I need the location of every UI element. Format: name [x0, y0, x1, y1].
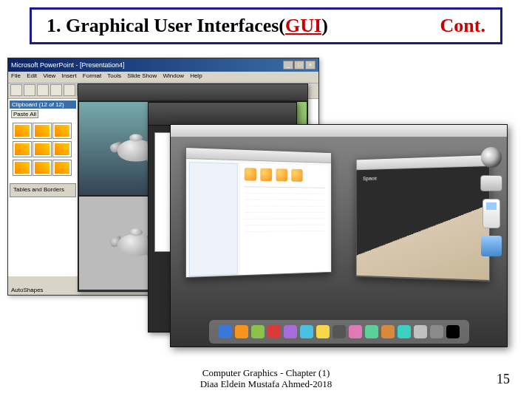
dark-toolbar — [149, 103, 296, 126]
dock-app-icon[interactable] — [219, 325, 232, 338]
dock-app-icon[interactable] — [316, 325, 330, 338]
dock-app-icon[interactable] — [381, 325, 395, 338]
dock-app-icon[interactable] — [430, 325, 443, 338]
menu-tools[interactable]: Tools — [107, 72, 121, 79]
menu-slideshow[interactable]: Slide Show — [127, 72, 157, 79]
dock-app-icon[interactable] — [332, 325, 346, 338]
dock-app-icon[interactable] — [349, 325, 362, 338]
tables-borders-panel: Tables and Borders — [10, 183, 76, 197]
maximize-icon[interactable]: □ — [294, 61, 304, 69]
dock-app-icon[interactable] — [235, 325, 248, 338]
space-window: Space — [356, 154, 490, 282]
3d-toolbar — [78, 84, 307, 101]
title-gui: GUI — [285, 15, 321, 36]
folder-icon[interactable] — [291, 169, 302, 182]
footer-line-2: Diaa Eldein Mustafa Ahmed-2018 — [0, 378, 532, 390]
clipboard-item[interactable] — [52, 160, 72, 176]
slide-footer: Computer Graphics - Chapter (1) Diaa Eld… — [0, 367, 532, 390]
title-suffix: ) — [321, 15, 328, 36]
title-prefix: 1. Graphical User Interfaces( — [47, 15, 285, 36]
close-icon[interactable]: × — [305, 61, 316, 69]
dock-app-icon[interactable] — [267, 325, 281, 338]
desktop-icons — [480, 147, 502, 256]
space-label: Space — [363, 175, 377, 182]
tables-borders-title: Tables and Borders — [12, 185, 74, 194]
folder-icon[interactable] — [260, 168, 272, 182]
menu-view[interactable]: View — [43, 72, 55, 79]
toolbar-button[interactable] — [64, 84, 75, 96]
menu-help[interactable]: Help — [190, 72, 202, 79]
ppt-menubar: File Edit View Insert Format Tools Slide… — [8, 72, 318, 83]
dock-app-icon[interactable] — [365, 325, 378, 338]
dock-app-icon[interactable] — [284, 325, 297, 338]
clipboard-item[interactable] — [52, 123, 72, 139]
menu-edit[interactable]: Edit — [27, 72, 37, 79]
file-list — [245, 186, 325, 237]
file-browser-window — [185, 147, 332, 278]
dock-app-icon[interactable] — [414, 325, 427, 338]
drive-icon[interactable] — [480, 175, 502, 191]
clipboard-item[interactable] — [13, 160, 32, 176]
slide-title-box: 1. Graphical User Interfaces(GUI) Cont. — [30, 7, 502, 44]
slide-title: 1. Graphical User Interfaces(GUI) — [47, 15, 328, 37]
dock-app-icon[interactable] — [398, 325, 411, 338]
file-browser-sidebar — [189, 162, 238, 276]
toolbar-button[interactable] — [10, 84, 22, 96]
file-browser-main — [240, 163, 328, 274]
dock — [209, 320, 469, 344]
disc-icon[interactable] — [481, 147, 502, 168]
screenshot-desktop: Space — [170, 124, 508, 347]
clipboard-item[interactable] — [33, 141, 52, 157]
clipboard-item[interactable] — [13, 123, 32, 139]
clipboard-header: Clipboard (12 of 12) — [10, 100, 76, 109]
dock-app-icon[interactable] — [446, 325, 460, 338]
screenshot-collage: Microsoft PowerPoint - [Presentation4] _… — [7, 58, 510, 349]
minimize-icon[interactable]: _ — [283, 61, 293, 69]
menu-format[interactable]: Format — [83, 72, 101, 79]
dock-app-icon[interactable] — [251, 325, 265, 338]
clipboard-item[interactable] — [33, 123, 52, 139]
toolbar-button[interactable] — [37, 84, 49, 96]
title-cont: Cont. — [440, 15, 485, 37]
ipod-icon[interactable] — [482, 199, 500, 228]
menu-insert[interactable]: Insert — [62, 72, 77, 79]
clipboard-item[interactable] — [13, 141, 32, 157]
folder-icon[interactable] — [276, 168, 287, 181]
app-icon[interactable] — [481, 236, 502, 256]
clipboard-item[interactable] — [52, 141, 72, 157]
autoshapes-button[interactable]: AutoShapes — [11, 287, 44, 293]
ppt-titlebar: Microsoft PowerPoint - [Presentation4] _… — [8, 58, 318, 72]
window-controls: _ □ × — [283, 61, 316, 69]
folder-icon[interactable] — [245, 168, 256, 181]
page-number: 15 — [497, 372, 510, 387]
desktop-menubar — [171, 125, 507, 137]
ppt-sidebar: Clipboard (12 of 12) Paste All Table — [8, 99, 78, 276]
ppt-window-title: Microsoft PowerPoint - [Presentation4] — [11, 61, 125, 69]
dock-app-icon[interactable] — [300, 325, 313, 338]
menu-file[interactable]: File — [11, 72, 21, 79]
menu-window[interactable]: Window — [163, 72, 183, 79]
footer-line-1: Computer Graphics - Chapter (1) — [0, 367, 532, 379]
space-image: Space — [357, 166, 489, 280]
clipboard-grid — [10, 120, 76, 179]
toolbar-button[interactable] — [50, 84, 62, 96]
clipboard-item[interactable] — [33, 160, 52, 176]
paste-all-button[interactable]: Paste All — [11, 110, 38, 118]
toolbar-button[interactable] — [24, 84, 35, 96]
